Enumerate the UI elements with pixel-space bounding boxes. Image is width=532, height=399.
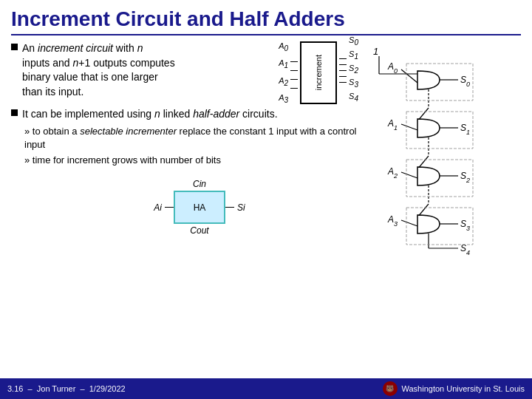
bullet-square-1: [11, 44, 18, 50]
cin-label: Cin: [193, 179, 206, 189]
svg-line-2: [401, 69, 417, 83]
output-s4: S4: [349, 92, 358, 103]
svg-line-10: [401, 172, 417, 178]
a2-label: A2: [387, 166, 398, 180]
input-lines: [290, 59, 298, 89]
a1-label: A1: [387, 118, 398, 132]
output-s3: S3: [349, 78, 358, 89]
circuit-svg: 1 A0 S0 A1: [366, 41, 521, 352]
bear-icon: 🐻: [383, 381, 398, 396]
gate-2: [417, 119, 440, 137]
sub-bullet-2: time for increment grows with number of …: [24, 154, 358, 167]
one-label: 1: [373, 46, 378, 57]
s4-label: S4: [460, 243, 470, 256]
output-s0: S0: [349, 35, 358, 47]
bullet-2-text: It can be implemented using n linked hal…: [22, 107, 278, 122]
a0-label: A0: [387, 61, 398, 75]
output-lines: [339, 56, 347, 83]
s2-label: S2: [460, 171, 470, 184]
input-a0: A0: [279, 41, 288, 52]
s1-label: S1: [460, 123, 470, 136]
svg-line-14: [401, 220, 417, 226]
bullet-square-2: [11, 109, 18, 116]
input-labels: A0 A1 A2 A3: [279, 41, 288, 104]
svg-line-6: [401, 124, 417, 130]
increment-label: increment: [314, 55, 323, 90]
increment-box: increment: [300, 41, 337, 104]
gate-1: [417, 71, 440, 89]
gate-3: [417, 167, 440, 185]
input-a3: A3: [279, 93, 288, 104]
si-label: Si: [237, 202, 245, 213]
output-s1: S1: [349, 50, 358, 61]
input-a1: A1: [279, 58, 288, 69]
s3-label: S3: [460, 219, 470, 232]
s0-label: S0: [460, 75, 470, 88]
increment-diagram: A0 A1 A2 A3 increment: [279, 41, 358, 104]
university-name: Washington University in St. Louis: [402, 384, 525, 393]
ha-small-diagram: Cin Ai HA Si Cout: [41, 179, 358, 236]
bullet-1-text: An increment circuit with n inputs and n…: [22, 41, 175, 99]
a3-label: A3: [387, 214, 398, 228]
footer: 3.16 – Jon Turner – 1/29/2022 🐻 Washingt…: [0, 378, 532, 399]
slide-title: Increment Circuit and Half Adders: [11, 7, 521, 35]
input-a2: A2: [279, 76, 288, 87]
sub-bullet-1: to obtain a selectable incrementer repla…: [24, 125, 358, 151]
output-labels: S0 S1 S2 S3 S4: [349, 35, 358, 103]
footer-credit: 3.16 – Jon Turner – 1/29/2022: [7, 384, 126, 393]
output-s2: S2: [349, 64, 358, 75]
left-content: An increment circuit with n inputs and n…: [11, 41, 358, 352]
right-circuit-area: 1 A0 S0 A1: [366, 41, 521, 352]
footer-logo: 🐻 Washington University in St. Louis: [383, 381, 525, 396]
slide: Increment Circuit and Half Adders An inc…: [0, 0, 532, 399]
cout-label: Cout: [190, 225, 208, 236]
ai-label: Ai: [154, 202, 162, 213]
ha-box: HA: [174, 191, 225, 224]
gate-4: [417, 215, 440, 233]
